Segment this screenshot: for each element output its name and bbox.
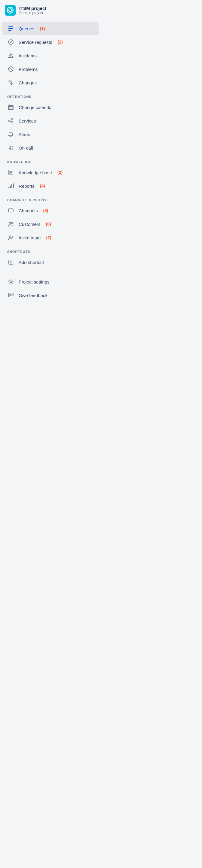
project-header: ITSM project Service project: [0, 0, 101, 22]
nav-item-service-requests[interactable]: Service requests (2): [2, 35, 98, 49]
nav-item-queues[interactable]: Queues (1): [2, 22, 98, 35]
incidents-icon: [7, 52, 15, 59]
calendar-icon: [7, 104, 15, 111]
svg-point-11: [10, 57, 11, 58]
nav-item-on-call[interactable]: On-call: [2, 141, 98, 154]
invite-icon: [7, 234, 15, 241]
nav-item-services[interactable]: Services: [2, 114, 98, 127]
alerts-icon: [7, 131, 15, 138]
customers-icon: [7, 220, 15, 228]
section-knowledge: KNOWLEDGE: [0, 155, 101, 165]
customers-label: Customers: [19, 222, 40, 227]
nav-item-project-settings[interactable]: Project settings: [2, 275, 98, 288]
changes-label: Changes: [19, 80, 37, 85]
add-shortcut-label: Add shortcut: [19, 260, 44, 265]
problems-icon: [7, 65, 15, 73]
section-shortcuts: SHORTCUTS: [0, 245, 101, 255]
queues-label: Queues: [19, 26, 35, 31]
svg-rect-31: [10, 186, 11, 188]
services-icon: [7, 117, 15, 124]
sidebar: ITSM project Service project Queues (1) …: [0, 0, 101, 302]
nav-item-add-shortcut[interactable]: Add shortcut: [2, 256, 98, 269]
svg-rect-8: [8, 30, 11, 31]
nav-item-changes[interactable]: Changes: [2, 76, 98, 89]
svg-rect-32: [11, 184, 12, 188]
svg-line-25: [10, 121, 12, 122]
nav-item-problems[interactable]: Problems: [2, 62, 98, 76]
customers-badge: (6): [46, 222, 51, 226]
knowledge-icon: [7, 169, 15, 176]
divider: [5, 272, 96, 272]
svg-rect-30: [8, 187, 9, 188]
svg-point-39: [9, 236, 11, 238]
section-operations: OPERATIONS: [0, 90, 101, 100]
reports-label: Reports: [19, 184, 35, 189]
problems-label: Problems: [19, 67, 37, 72]
invite-team-badge: (7): [46, 235, 51, 240]
svg-rect-33: [13, 184, 14, 188]
svg-point-45: [10, 281, 12, 283]
nav-item-alerts[interactable]: Alerts: [2, 128, 98, 141]
nav-item-reports[interactable]: Reports (4): [2, 179, 98, 192]
project-logo: [5, 5, 16, 16]
incidents-label: Incidents: [19, 53, 37, 58]
svg-point-1: [9, 9, 12, 12]
svg-rect-20: [12, 107, 12, 108]
reports-badge: (4): [40, 184, 45, 188]
channels-icon: [7, 207, 15, 214]
project-info: ITSM project Service project: [19, 6, 46, 15]
svg-point-37: [9, 222, 11, 224]
queues-badge: (1): [40, 26, 45, 31]
nav-item-channels[interactable]: Channels (5): [2, 204, 98, 217]
knowledge-base-badge: (3): [57, 170, 62, 175]
nav-item-incidents[interactable]: Incidents: [2, 49, 98, 62]
service-requests-icon: [7, 38, 15, 45]
channels-badge: (5): [43, 208, 48, 213]
settings-icon: [7, 278, 15, 285]
nav-item-change-calendar[interactable]: Change calendar: [2, 101, 98, 114]
give-feedback-label: Give feedback: [19, 293, 48, 298]
queues-icon: [7, 25, 15, 32]
invite-team-label: Invite team: [19, 235, 40, 240]
on-call-label: On-call: [19, 145, 33, 151]
reports-icon: [7, 182, 15, 189]
nav-item-customers[interactable]: Customers (6): [2, 217, 98, 231]
nav-item-knowledge-base[interactable]: Knowledge base (3): [2, 166, 98, 179]
svg-rect-7: [8, 28, 13, 29]
services-label: Services: [19, 118, 36, 123]
svg-point-21: [9, 120, 10, 122]
svg-point-23: [12, 122, 13, 123]
svg-point-38: [11, 222, 13, 224]
project-name: ITSM project: [19, 6, 46, 11]
alerts-label: Alerts: [19, 132, 30, 137]
changes-icon: [7, 79, 15, 86]
knowledge-base-label: Knowledge base: [19, 170, 52, 175]
channels-label: Channels: [19, 208, 37, 213]
svg-line-13: [9, 68, 12, 71]
svg-rect-6: [8, 26, 13, 27]
add-shortcut-icon: [7, 258, 15, 266]
service-requests-label: Service requests: [19, 40, 52, 45]
service-requests-badge: (2): [58, 40, 63, 44]
change-calendar-label: Change calendar: [19, 105, 53, 110]
nav-item-invite-team[interactable]: Invite team (7): [2, 231, 98, 244]
svg-point-22: [12, 119, 13, 120]
project-settings-label: Project settings: [19, 279, 50, 284]
nav-item-give-feedback[interactable]: Give feedback: [2, 289, 98, 302]
section-channels-people: CHANNELS & PEOPLE: [0, 193, 101, 204]
project-type: Service project: [19, 11, 46, 15]
oncall-icon: [7, 144, 15, 151]
feedback-icon: [7, 292, 15, 299]
svg-rect-18: [9, 107, 10, 108]
svg-rect-19: [10, 107, 11, 108]
svg-line-24: [10, 120, 12, 120]
svg-rect-34: [8, 209, 13, 212]
